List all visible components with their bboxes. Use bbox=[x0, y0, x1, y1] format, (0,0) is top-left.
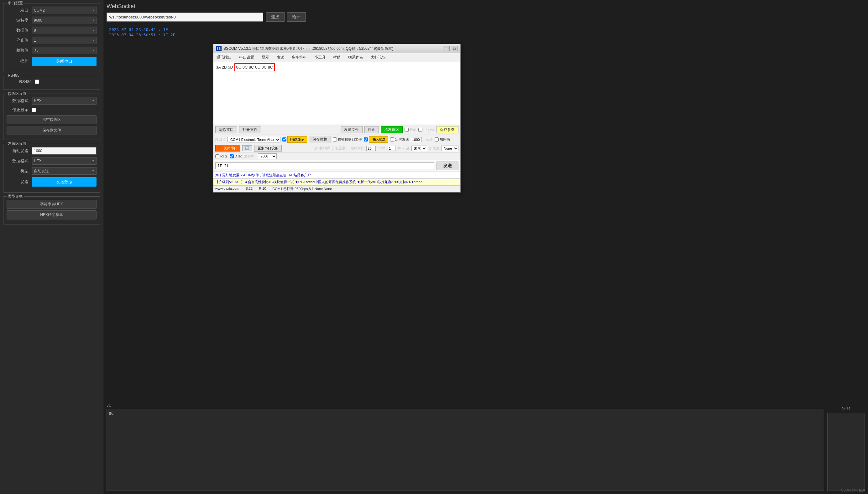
receive-settings-section: 接收区设置 数据格式 HEX 停止显示 清空接收区 保存到文件 bbox=[3, 94, 100, 140]
port-number-select[interactable]: COM1 Electronic Team Virtu bbox=[228, 137, 281, 142]
rs485-checkbox-wrapper[interactable] bbox=[35, 79, 39, 84]
str-label: STR bbox=[827, 403, 865, 413]
send-textarea[interactable]: 8C bbox=[107, 409, 824, 491]
stop-button[interactable]: 停止 bbox=[364, 126, 379, 133]
sscom-send-area: 发送 bbox=[213, 160, 460, 172]
auto-send-input[interactable] bbox=[32, 147, 96, 155]
hex-send-checkbox[interactable] bbox=[364, 137, 368, 141]
send-text-area: 8C 8C bbox=[107, 403, 824, 491]
stop-bits-row: 停止位 1 bbox=[6, 37, 96, 44]
parity-select-wrapper[interactable]: 无 bbox=[32, 46, 96, 54]
auto-send-label: 自动发送 bbox=[6, 148, 29, 154]
timeout-input[interactable] bbox=[366, 146, 376, 151]
sscom-menubar: 通讯端口 串口设置 显示 发送 多字符串 小工具 帮助 联系作者 大虾论坛 bbox=[213, 53, 460, 62]
menu-forum[interactable]: 大虾论坛 bbox=[369, 54, 387, 61]
port-row: 端口 COM2 bbox=[6, 6, 96, 14]
send-file-button[interactable]: 发送文件 bbox=[341, 126, 363, 133]
sscom-send-input[interactable] bbox=[215, 163, 434, 169]
add-interval-checkbox[interactable] bbox=[435, 137, 439, 141]
save-data-button[interactable]: 保存数据 bbox=[309, 136, 331, 143]
menu-send[interactable]: 发送 bbox=[275, 54, 286, 61]
menu-tools[interactable]: 小工具 bbox=[313, 54, 327, 61]
clear-recv-button[interactable]: 清空接收区 bbox=[6, 115, 96, 124]
stop-bits-select-wrapper[interactable]: 1 bbox=[32, 37, 96, 44]
log-line-2: 2023-07-04 23:30:51 : 1E 2F bbox=[109, 33, 862, 37]
baud-select-wrapper[interactable]: 9600 bbox=[32, 17, 96, 24]
sscom-port-row: 端口号 COM1 Electronic Team Virtu HEX显示 保存数… bbox=[213, 135, 460, 144]
more-ports-button[interactable]: 更多串口设备 bbox=[254, 145, 282, 152]
baud-rate-label: 波特率: bbox=[244, 154, 255, 159]
front-checkbox[interactable] bbox=[404, 128, 409, 132]
log-time-1: 2023-07-04 23:30:42 : bbox=[109, 27, 163, 32]
bottom-area: 8C 8C STR bbox=[107, 403, 865, 491]
recv-to-file-checkbox[interactable] bbox=[333, 137, 337, 141]
send-data-button[interactable]: 发送数据 bbox=[32, 177, 96, 187]
type-convert-section: 类型转换 字符串转HEX HEX转字符串 bbox=[3, 196, 100, 225]
disconnect-button[interactable]: 断开 bbox=[287, 12, 306, 22]
serial-config-label: 串口配置 bbox=[6, 1, 24, 6]
str-textarea[interactable] bbox=[827, 413, 865, 491]
open-file-button[interactable]: 打开文件 bbox=[239, 126, 261, 133]
log-line-1: 2023-07-04 23:30:42 : 1E bbox=[109, 27, 862, 32]
send-format-row: 数据格式 HEX bbox=[6, 157, 96, 165]
hex-display-label: HEX显示 bbox=[282, 136, 307, 143]
sscom-close-port-button[interactable]: 关闭串口 bbox=[215, 145, 240, 152]
data-bits-select[interactable]: 8 bbox=[32, 26, 96, 34]
stop-display-checkbox-wrapper[interactable] bbox=[32, 108, 36, 112]
stop-bits-select[interactable]: 1 bbox=[32, 37, 96, 44]
send-type-select[interactable]: 自动发送 bbox=[32, 167, 96, 175]
send-type-select-wrapper[interactable]: 自动发送 bbox=[32, 167, 96, 175]
port-info: COM1 已打开 9600bps,8,1,None,None bbox=[272, 187, 332, 191]
refresh-button[interactable]: 🔄 bbox=[242, 145, 252, 151]
sscom-news-bar-2: 【升级到V5.13.1】★合亩高性价比4G模块值得一试 ★RT-Thread中国… bbox=[213, 178, 460, 185]
save-params-button[interactable]: 保存参数 bbox=[436, 126, 458, 133]
sscom-send-button[interactable]: 发送 bbox=[436, 162, 458, 170]
ws-url-input[interactable] bbox=[107, 13, 263, 22]
port-select[interactable]: COM2 bbox=[32, 6, 96, 14]
clear-send-area-button[interactable]: 清发送区 bbox=[381, 126, 403, 133]
send-format-select-wrapper[interactable]: HEX bbox=[32, 157, 96, 165]
menu-display[interactable]: 显示 bbox=[260, 54, 270, 61]
menu-contact[interactable]: 联系作者 bbox=[347, 54, 364, 61]
end-select[interactable]: 末尾 bbox=[412, 146, 427, 151]
send-type-label: 类型 bbox=[6, 168, 29, 174]
sscom-maximize-button[interactable]: □ bbox=[451, 46, 458, 51]
hex-display-btn: HEX显示 bbox=[287, 136, 307, 143]
scheduled-send-checkbox[interactable] bbox=[390, 137, 394, 141]
sscom-titlebar: SS SSCOM V5.13.1 串口/网络数据调试器,作者:大虾丁丁,2618… bbox=[213, 44, 460, 53]
menu-multi-string[interactable]: 多字符串 bbox=[290, 54, 308, 61]
save-to-file-button[interactable]: 保存到文件 bbox=[6, 126, 96, 135]
baud-rate-select[interactable]: 9600 bbox=[258, 153, 277, 159]
send-format-select[interactable]: HEX bbox=[32, 157, 96, 165]
interval-input[interactable] bbox=[411, 137, 422, 142]
stop-display-checkbox[interactable] bbox=[32, 108, 36, 112]
menu-help[interactable]: 帮助 bbox=[332, 54, 342, 61]
menu-port-settings[interactable]: 串口设置 bbox=[238, 54, 255, 61]
sscom-app-icon: SS bbox=[216, 46, 221, 51]
recv-format-select[interactable]: HEX bbox=[32, 97, 96, 104]
rs485-checkbox[interactable] bbox=[35, 79, 39, 84]
parity-select[interactable]: 无 bbox=[32, 46, 96, 54]
dtr-checkbox[interactable] bbox=[230, 154, 234, 158]
close-port-button[interactable]: 关闭串口 bbox=[32, 57, 96, 66]
port-number-label: 端口号 bbox=[215, 137, 225, 142]
baud-select[interactable]: 9600 bbox=[32, 17, 96, 24]
checksum-select[interactable]: None bbox=[441, 146, 458, 151]
bytes-input[interactable] bbox=[387, 146, 396, 151]
hex-to-str-button[interactable]: HEX转字符串 bbox=[6, 210, 96, 220]
sscom-minimize-button[interactable]: — bbox=[443, 46, 450, 51]
hex-display-checkbox[interactable] bbox=[282, 137, 286, 141]
english-checkbox[interactable] bbox=[418, 128, 422, 132]
watermark: CSDN @猪猪派 bbox=[841, 488, 866, 493]
parity-label: 校验位 bbox=[6, 48, 29, 53]
rts-checkbox[interactable] bbox=[215, 154, 219, 158]
clear-window-button[interactable]: 清除窗口 bbox=[215, 126, 237, 133]
serial-config-section: 串口配置 端口 COM2 波特率 9600 bbox=[3, 3, 100, 72]
menu-comm-port[interactable]: 通讯端口 bbox=[215, 54, 233, 61]
port-select-wrapper[interactable]: COM2 bbox=[32, 6, 96, 14]
connect-button[interactable]: 连接 bbox=[266, 12, 285, 22]
interval-unit-label: ms/次 bbox=[424, 137, 433, 142]
recv-format-select-wrapper[interactable]: HEX bbox=[32, 97, 96, 104]
data-bits-select-wrapper[interactable]: 8 bbox=[32, 26, 96, 34]
str-to-hex-button[interactable]: 字符串转HEX bbox=[6, 200, 96, 209]
